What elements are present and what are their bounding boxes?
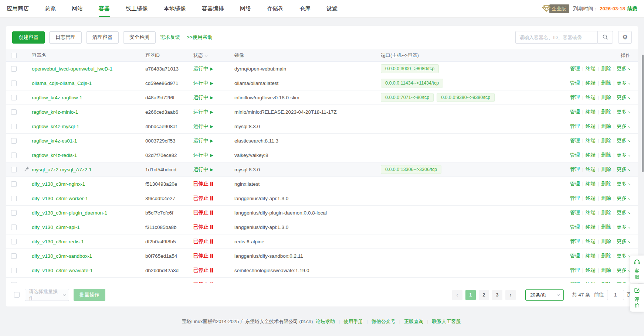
footer-link-0[interactable]: 论坛求助 (316, 319, 335, 324)
op-link-3[interactable]: 更多 (617, 181, 630, 186)
op-link-2[interactable]: 删除 (601, 181, 611, 186)
op-link-0[interactable]: 管理 (570, 253, 580, 258)
goto-page-input[interactable] (607, 290, 624, 300)
op-link-2[interactable]: 删除 (601, 253, 611, 258)
nav-item-4[interactable]: 线上镜像 (126, 0, 148, 18)
nav-item-1[interactable]: 总览 (45, 0, 56, 18)
op-link-1[interactable]: 终端 (586, 224, 596, 230)
batch-operation-select[interactable]: 请选择批量操作 (25, 289, 69, 301)
op-link-1[interactable]: 终端 (586, 253, 596, 258)
op-link-2[interactable]: 删除 (601, 282, 611, 283)
op-link-1[interactable]: 终端 (586, 95, 596, 100)
renew-link[interactable]: 续费 (627, 6, 637, 12)
op-link-3[interactable]: 更多 (617, 267, 630, 273)
op-link-0[interactable]: 管理 (570, 80, 580, 86)
nav-item-3[interactable]: 容器 (99, 0, 110, 18)
op-link-3[interactable]: 更多 (617, 109, 630, 114)
op-link-2[interactable]: 删除 (601, 210, 611, 215)
row-checkbox[interactable] (11, 152, 17, 158)
container-name-link[interactable]: ragflow_kr4z-es01-1 (32, 138, 77, 144)
op-link-0[interactable]: 管理 (570, 95, 580, 100)
feedback-link[interactable]: 需求反馈 (160, 34, 180, 41)
op-link-2[interactable]: 删除 (601, 109, 611, 114)
container-name-link[interactable]: ollama_cdjs-ollama_Cdjs-1 (32, 80, 92, 86)
op-link-0[interactable]: 管理 (570, 123, 580, 129)
pin-icon[interactable] (24, 166, 30, 173)
op-link-3[interactable]: 更多 (617, 152, 630, 158)
nav-item-0[interactable]: 应用商店 (7, 0, 29, 18)
op-link-1[interactable]: 终端 (586, 267, 596, 273)
batch-select-all-checkbox[interactable] (14, 292, 20, 298)
op-link-2[interactable]: 删除 (601, 167, 611, 172)
row-checkbox[interactable] (11, 224, 17, 230)
op-link-1[interactable]: 终端 (586, 138, 596, 143)
op-link-2[interactable]: 删除 (601, 224, 611, 230)
op-link-3[interactable]: 更多 (617, 167, 630, 172)
op-link-1[interactable]: 终端 (586, 123, 596, 129)
op-link-0[interactable]: 管理 (570, 138, 580, 143)
nav-item-2[interactable]: 网站 (72, 0, 83, 18)
select-all-checkbox[interactable] (11, 53, 17, 58)
create-container-button[interactable]: 创建容器 (12, 31, 45, 44)
support-widget[interactable]: 客服 (630, 256, 644, 283)
op-link-2[interactable]: 删除 (601, 267, 611, 273)
row-checkbox[interactable] (11, 95, 17, 100)
op-link-1[interactable]: 终端 (586, 210, 596, 215)
row-checkbox[interactable] (11, 66, 17, 72)
op-link-1[interactable]: 终端 (586, 80, 596, 86)
row-checkbox[interactable] (11, 138, 17, 144)
page-size-select[interactable]: 20条/页 (525, 289, 564, 301)
feedback-widget[interactable]: 评价 (630, 284, 644, 312)
op-link-1[interactable]: 终端 (586, 195, 596, 201)
row-checkbox[interactable] (11, 181, 17, 187)
row-checkbox[interactable] (11, 109, 17, 115)
footer-link-3[interactable]: 正版查询 (404, 319, 423, 324)
search-input[interactable] (515, 31, 597, 44)
op-link-0[interactable]: 管理 (570, 195, 580, 201)
container-name-link[interactable]: ragflow_kr4z-mysql-1 (32, 124, 79, 129)
op-link-3[interactable]: 更多 (617, 195, 630, 201)
op-link-2[interactable]: 删除 (601, 138, 611, 143)
op-link-3[interactable]: 更多 (617, 80, 630, 86)
op-link-0[interactable]: 管理 (570, 181, 580, 186)
container-name-link[interactable]: dify_v130_c3mr-api-1 (32, 224, 80, 230)
page-button-1[interactable]: 1 (465, 290, 476, 300)
row-checkbox[interactable] (11, 80, 17, 86)
scrollbar-thumb[interactable] (642, 55, 644, 172)
op-link-1[interactable]: 终端 (586, 239, 596, 244)
container-name-link[interactable]: dify_v130_c3mr-sandbox-1 (32, 253, 92, 259)
op-link-3[interactable]: 更多 (617, 138, 630, 143)
row-checkbox[interactable] (11, 239, 17, 244)
nav-item-7[interactable]: 网络 (240, 0, 251, 18)
container-name-link[interactable]: dify_v130_c3mr-web-1 (32, 282, 82, 283)
footer-link-1[interactable]: 使用手册 (343, 319, 363, 324)
op-link-3[interactable]: 更多 (617, 239, 630, 244)
row-checkbox[interactable] (11, 268, 17, 273)
op-link-2[interactable]: 删除 (601, 95, 611, 100)
op-link-3[interactable]: 更多 (617, 224, 630, 230)
help-link[interactable]: >>使用帮助 (187, 34, 213, 41)
op-link-1[interactable]: 终端 (586, 167, 596, 172)
container-name-link[interactable]: ragflow_kr4z-minio-1 (32, 109, 78, 115)
clean-container-button[interactable]: 清理容器 (86, 31, 119, 44)
security-check-button[interactable]: 安全检测 (123, 31, 156, 44)
nav-item-8[interactable]: 存储卷 (267, 0, 284, 18)
nav-item-5[interactable]: 本地镜像 (164, 0, 186, 18)
container-name-link[interactable]: dify_v130_c3mr-redis-1 (32, 239, 84, 244)
container-name-link[interactable]: dify_v130_c3mr-weaviate-1 (32, 268, 93, 273)
search-button[interactable] (597, 31, 613, 44)
op-link-0[interactable]: 管理 (570, 267, 580, 273)
op-link-3[interactable]: 更多 (617, 282, 630, 283)
op-link-2[interactable]: 删除 (601, 123, 611, 129)
op-link-3[interactable]: 更多 (617, 95, 630, 100)
op-link-0[interactable]: 管理 (570, 224, 580, 230)
op-link-2[interactable]: 删除 (601, 239, 611, 244)
container-name-link[interactable]: dify_v130_c3mr-worker-1 (32, 196, 88, 201)
op-link-0[interactable]: 管理 (570, 210, 580, 215)
container-name-link[interactable]: dify_v130_c3mr-plugin_daemon-1 (32, 210, 107, 216)
op-link-1[interactable]: 终端 (586, 282, 596, 283)
row-checkbox[interactable] (11, 253, 17, 259)
footer-link-2[interactable]: 微信公众号 (372, 319, 396, 324)
op-link-0[interactable]: 管理 (570, 239, 580, 244)
op-link-2[interactable]: 删除 (601, 195, 611, 201)
